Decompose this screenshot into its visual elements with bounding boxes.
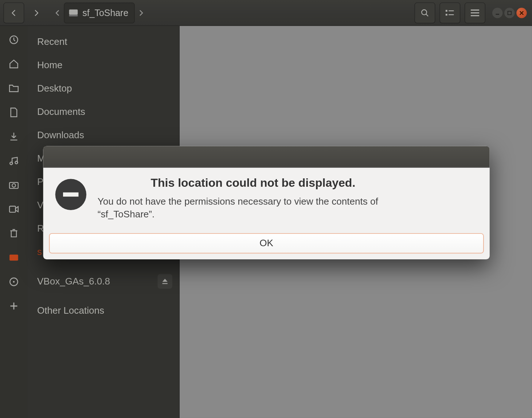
error-dialog: This location could not be displayed. Yo… — [43, 146, 489, 260]
dialog-titlebar[interactable] — [43, 146, 489, 168]
dialog-title: This location could not be displayed. — [98, 176, 408, 190]
ok-button[interactable]: OK — [49, 233, 484, 253]
dialog-message: You do not have the permissions necessar… — [98, 195, 408, 220]
error-icon — [55, 179, 86, 210]
svg-rect-23 — [63, 192, 79, 197]
